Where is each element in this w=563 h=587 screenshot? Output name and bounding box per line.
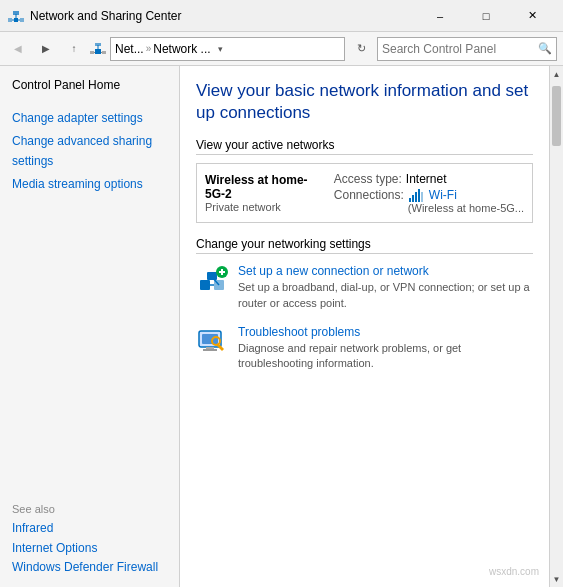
sidebar-change-adapter[interactable]: Change adapter settings	[12, 109, 167, 128]
new-connection-icon	[196, 264, 228, 296]
sidebar-change-advanced[interactable]: Change advanced sharing settings	[12, 132, 167, 170]
network-name: Wireless at home-5G-2	[205, 173, 324, 201]
svg-rect-7	[95, 49, 101, 54]
back-button[interactable]: ◀	[6, 37, 30, 61]
svg-rect-28	[202, 334, 218, 344]
sidebar-seealso-section: See also Infrared Internet Options Windo…	[12, 503, 167, 577]
settings-text-1: Troubleshoot problems Diagnose and repai…	[238, 325, 533, 372]
watermark: wsxdn.com	[489, 566, 539, 577]
wifi-connection-detail: (Wireless at home-5G...	[408, 202, 524, 214]
troubleshoot-icon	[196, 325, 228, 357]
connections-row: Connections:	[334, 188, 524, 214]
minimize-button[interactable]: –	[417, 0, 463, 32]
network-access: Access type: Internet Connections:	[334, 172, 524, 214]
access-type-label: Access type:	[334, 172, 402, 186]
network-type: Private network	[205, 201, 324, 213]
seealso-title: See also	[12, 503, 167, 515]
network-row: Wireless at home-5G-2 Private network Ac…	[197, 164, 532, 222]
sidebar: Control Panel Home Change adapter settin…	[0, 66, 180, 587]
svg-rect-16	[415, 192, 417, 202]
svg-rect-9	[102, 51, 106, 54]
title-bar: Network and Sharing Center – □ ✕	[0, 0, 563, 32]
new-connection-desc: Set up a broadband, dial-up, or VPN conn…	[238, 281, 530, 308]
settings-item-0: Set up a new connection or network Set u…	[196, 264, 533, 311]
svg-rect-17	[418, 189, 420, 202]
svg-rect-15	[412, 195, 414, 202]
svg-rect-0	[14, 18, 18, 22]
troubleshoot-desc: Diagnose and repair network problems, or…	[238, 342, 461, 369]
sidebar-media-streaming[interactable]: Media streaming options	[12, 175, 167, 194]
sidebar-internet-options[interactable]: Internet Options	[12, 539, 167, 558]
address-dropdown-button[interactable]: ▾	[213, 37, 229, 61]
troubleshoot-link[interactable]: Troubleshoot problems	[238, 325, 533, 339]
scrollbar-thumb[interactable]	[552, 86, 561, 146]
content-area: View your basic network information and …	[180, 66, 549, 587]
scrollbar-track[interactable]	[550, 82, 563, 571]
window-title: Network and Sharing Center	[30, 9, 181, 23]
svg-rect-13	[95, 43, 101, 46]
up-icon: ↑	[72, 43, 77, 54]
network-info: Wireless at home-5G-2 Private network	[205, 173, 324, 213]
maximize-button[interactable]: □	[463, 0, 509, 32]
active-networks-header: View your active networks	[196, 138, 533, 155]
active-networks-box: Wireless at home-5G-2 Private network Ac…	[196, 163, 533, 223]
search-button[interactable]: 🔍	[538, 42, 552, 55]
close-button[interactable]: ✕	[509, 0, 555, 32]
sidebar-control-panel-home[interactable]: Control Panel Home	[12, 76, 167, 95]
svg-rect-2	[20, 18, 24, 22]
forward-button[interactable]: ▶	[34, 37, 58, 61]
new-connection-link[interactable]: Set up a new connection or network	[238, 264, 533, 278]
sidebar-windows-firewall[interactable]: Windows Defender Firewall	[12, 558, 167, 577]
svg-rect-21	[207, 272, 217, 280]
svg-rect-18	[421, 192, 423, 202]
wifi-signal-icon	[408, 188, 426, 202]
address-network-icon	[90, 41, 106, 57]
window-controls: – □ ✕	[417, 0, 555, 32]
up-button[interactable]: ↑	[62, 37, 86, 61]
svg-rect-1	[8, 18, 12, 22]
svg-rect-8	[90, 51, 94, 54]
scroll-down-button[interactable]: ▼	[550, 571, 564, 587]
scroll-up-button[interactable]: ▲	[550, 66, 564, 82]
access-type-row: Access type: Internet	[334, 172, 447, 186]
connections-label: Connections:	[334, 188, 404, 202]
address-path[interactable]: Net... » Network ... ▾	[110, 37, 345, 61]
back-icon: ◀	[14, 43, 22, 54]
app-icon	[8, 8, 24, 24]
wifi-connection-link[interactable]: Wi-Fi	[429, 188, 457, 202]
sidebar-infrared[interactable]: Infrared	[12, 519, 167, 538]
svg-rect-30	[203, 349, 217, 351]
change-settings-header: Change your networking settings	[196, 237, 533, 254]
title-bar-left: Network and Sharing Center	[8, 8, 181, 24]
address-bar: ◀ ▶ ↑ Net... » Network ... ▾ ↻ 🔍	[0, 32, 563, 66]
access-type-value: Internet	[406, 172, 447, 186]
forward-icon: ▶	[42, 43, 50, 54]
main-layout: Control Panel Home Change adapter settin…	[0, 66, 563, 587]
address-segment-1[interactable]: Net...	[115, 42, 144, 56]
networking-settings: Set up a new connection or network Set u…	[196, 264, 533, 372]
page-title: View your basic network information and …	[196, 80, 533, 124]
scrollbar[interactable]: ▲ ▼	[549, 66, 563, 587]
address-segment-2[interactable]: Network ...	[153, 42, 210, 56]
settings-item-1: Troubleshoot problems Diagnose and repai…	[196, 325, 533, 372]
svg-rect-6	[13, 11, 19, 15]
settings-text-0: Set up a new connection or network Set u…	[238, 264, 533, 311]
search-input[interactable]	[382, 42, 538, 56]
search-box: 🔍	[377, 37, 557, 61]
refresh-button[interactable]: ↻	[349, 37, 373, 61]
refresh-icon: ↻	[357, 42, 366, 55]
